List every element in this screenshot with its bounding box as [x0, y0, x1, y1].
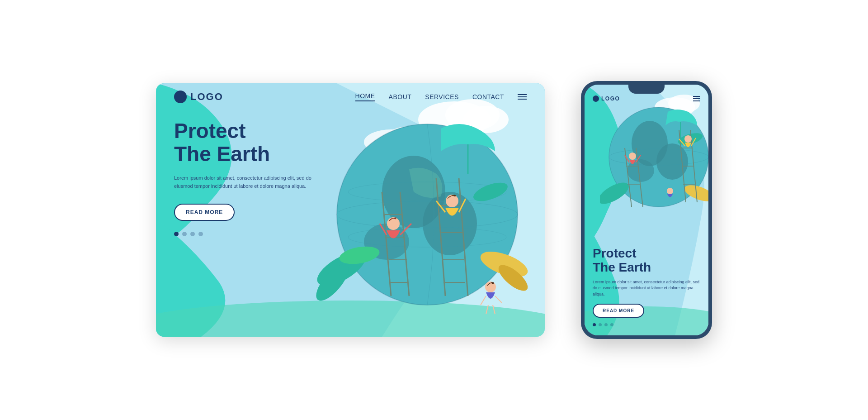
dot-1[interactable]	[174, 232, 179, 236]
svg-point-74	[667, 188, 673, 194]
svg-point-37	[446, 195, 458, 207]
nav-home[interactable]: HOME	[355, 92, 375, 101]
mobile-hero-title: Protect The Earth	[593, 247, 700, 275]
svg-line-41	[481, 296, 486, 305]
read-more-button[interactable]: READ MORE	[174, 204, 235, 221]
mobile-mockup: LOGO	[581, 81, 712, 339]
carousel-dots	[174, 232, 319, 236]
desktop-hero-content: Protect The Earth Lorem ipsum dolor sit …	[174, 119, 319, 236]
svg-point-64	[684, 135, 692, 143]
mobile-globe-illustration	[600, 103, 708, 239]
nav-contact[interactable]: CONTACT	[472, 93, 504, 100]
mobile-dot-3[interactable]	[604, 323, 608, 326]
desktop-mockup: LOGO HOME ABOUT SERVICES CONTACT Protect…	[156, 83, 545, 337]
mobile-hero-content: Protect The Earth Lorem ipsum dolor sit …	[593, 247, 700, 326]
mobile-read-more-button[interactable]: READ MORE	[593, 304, 644, 318]
mobile-notch	[628, 85, 665, 94]
logo-dot-icon	[174, 91, 187, 103]
dot-3[interactable]	[190, 232, 195, 236]
mobile-dot-1[interactable]	[593, 323, 596, 326]
mobile-carousel-dots	[593, 323, 700, 326]
main-container: LOGO HOME ABOUT SERVICES CONTACT Protect…	[0, 0, 868, 420]
svg-line-44	[493, 305, 495, 314]
desktop-globe-illustration	[296, 101, 545, 337]
svg-point-71	[629, 153, 636, 160]
desktop-logo: LOGO	[174, 91, 355, 103]
mobile-dot-4[interactable]	[610, 323, 613, 326]
mobile-hamburger-icon[interactable]	[693, 96, 700, 101]
svg-line-42	[495, 296, 502, 303]
mobile-screen: LOGO	[585, 85, 708, 335]
mobile-logo: LOGO	[593, 95, 620, 102]
hamburger-menu-icon[interactable]	[518, 94, 527, 100]
nav-about[interactable]: ABOUT	[389, 93, 412, 100]
nav-services[interactable]: SERVICES	[425, 93, 459, 100]
svg-point-28	[387, 217, 400, 230]
hero-description: Lorem ipsum dolor sit amet, consectetur …	[174, 174, 319, 190]
dot-2[interactable]	[182, 232, 187, 236]
mobile-dot-2[interactable]	[599, 323, 602, 326]
logo-text: LOGO	[190, 91, 223, 103]
dot-4[interactable]	[198, 232, 203, 236]
svg-line-43	[486, 305, 488, 314]
mobile-hero-description: Lorem ipsum dolor sit amet, consectetur …	[593, 279, 700, 298]
mobile-nav: LOGO	[585, 95, 708, 102]
desktop-menu: HOME ABOUT SERVICES CONTACT	[355, 92, 527, 101]
desktop-nav: LOGO HOME ABOUT SERVICES CONTACT	[156, 83, 545, 110]
hero-title: Protect The Earth	[174, 119, 319, 165]
mobile-logo-text: LOGO	[601, 95, 620, 102]
mobile-logo-dot-icon	[593, 95, 599, 102]
